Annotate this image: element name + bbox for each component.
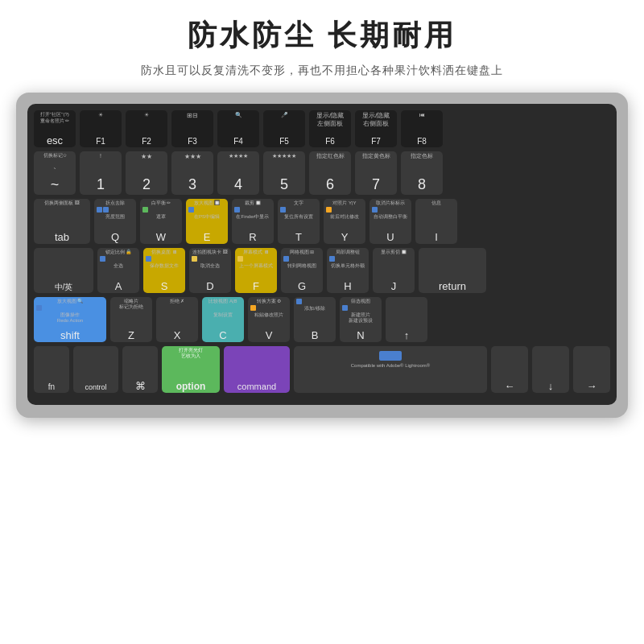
- key-i[interactable]: 信息 I: [415, 199, 457, 244]
- key-u[interactable]: 取消片标标示 自动调整白平衡 U: [369, 199, 411, 244]
- key-f2[interactable]: ☀ F2: [126, 110, 167, 147]
- key-j[interactable]: 显示剪切 🔲 J: [373, 248, 415, 293]
- key-command[interactable]: command: [224, 346, 290, 393]
- key-1[interactable]: ! 1: [80, 151, 122, 195]
- key-t[interactable]: 文字 复位所有设置 T: [278, 199, 320, 244]
- page-subtitle: 防水且可以反复清洗不变形，再也不用担心各种果汁饮料洒在键盘上: [141, 64, 503, 78]
- key-z[interactable]: 缩略片标记为拒绝 Z: [110, 297, 152, 342]
- key-n[interactable]: 筛选视图 新建照片新建设预设 N: [340, 297, 382, 342]
- key-g[interactable]: 网格视图 ⊞ 转到网格视图 G: [281, 248, 323, 293]
- key-4[interactable]: ★★★★ 4: [217, 151, 259, 195]
- qwer-row: 切换两侧面板 🖼 tab 折点去除 亮度范围 Q 白平衡 ✏: [34, 199, 610, 244]
- key-globe[interactable]: ⌘: [122, 346, 158, 393]
- key-a[interactable]: 锁定比例 🔒 全选 A: [97, 248, 139, 293]
- key-shift-left[interactable]: 放大视图 🔍 图像操作Redo Action shift: [34, 297, 106, 342]
- key-f8[interactable]: ⏮ F8: [401, 110, 443, 147]
- key-h[interactable]: 局部调整钮 切换单元格外额 H: [327, 248, 369, 293]
- key-tab[interactable]: 切换两侧面板 🖼 tab: [34, 199, 90, 244]
- key-d[interactable]: 连拍图视块卡 🖼 取消全选 D: [189, 248, 231, 293]
- key-right[interactable]: →: [573, 346, 610, 393]
- key-f3[interactable]: ⊞⊟ F3: [171, 110, 213, 147]
- key-w[interactable]: 白平衡 ✏ 遮罩 W: [140, 199, 182, 244]
- key-f6[interactable]: 显示/隐藏左侧面板 F6: [309, 110, 351, 147]
- bottom-row: fn control ⌘ 打开亮光灯艺收为入 option command: [34, 346, 610, 393]
- key-enter[interactable]: return: [419, 248, 486, 293]
- key-f5[interactable]: 🎤 F5: [263, 110, 305, 147]
- key-r[interactable]: 裁剪 🔲 在Finder中显示 R: [232, 199, 274, 244]
- key-6[interactable]: 指定红色标 6: [309, 151, 351, 195]
- key-option[interactable]: 打开亮光灯艺收为入 option: [162, 346, 220, 393]
- key-v[interactable]: 转换方案 ⚙ 粘贴修改照片 V: [248, 297, 290, 342]
- fn-row: 打开"社区"(?) 重命名照片 ✏ esc ☀ F1 ☀ F2: [34, 110, 610, 147]
- key-left[interactable]: ←: [491, 346, 528, 393]
- key-fn-btn[interactable]: fn: [34, 346, 69, 393]
- key-up[interactable]: ↑: [386, 297, 427, 342]
- key-e[interactable]: 放大视图 🔲 在PS中编辑 E: [186, 199, 228, 244]
- num-row: 切换标记✩ ` ~ ! 1 ★★ 2: [34, 151, 610, 195]
- keyboard-bg: 打开"社区"(?) 重命名照片 ✏ esc ☀ F1 ☀ F2: [27, 104, 617, 405]
- key-f[interactable]: 屏幕模式 🖥 上一个屏幕模式 F: [235, 248, 277, 293]
- key-5[interactable]: ★★★★★ 5: [263, 151, 305, 195]
- zxcv-row: 放大视图 🔍 图像操作Redo Action shift 缩略片标记为拒绝 Z …: [34, 297, 610, 342]
- key-caps[interactable]: 中/英: [34, 248, 93, 293]
- key-b[interactable]: 添加/移除 B: [294, 297, 336, 342]
- key-f1[interactable]: ☀ F1: [80, 110, 122, 147]
- key-y[interactable]: 对照片 Y|Y 前后对比修改 Y: [324, 199, 365, 244]
- key-7[interactable]: 指定黄色标 7: [355, 151, 397, 195]
- asdf-row: 中/英 锁定比例 🔒 全选 A 切换桌面 🖥 保存数据文件: [34, 248, 610, 293]
- key-c[interactable]: 比较视图 A|B 复制设置 C: [202, 297, 244, 342]
- key-q[interactable]: 折点去除 亮度范围 Q: [94, 199, 136, 244]
- keyboard-wrapper: 打开"社区"(?) 重命名照片 ✏ esc ☀ F1 ☀ F2: [16, 93, 628, 418]
- page-title: 防水防尘 长期耐用: [188, 16, 456, 56]
- key-space[interactable]: Compatible with Adobe® Lightroom®: [294, 346, 487, 393]
- key-s[interactable]: 切换桌面 🖥 保存数据文件 S: [143, 248, 185, 293]
- key-8[interactable]: 指定色标 8: [401, 151, 443, 195]
- key-f7[interactable]: 显示/隐藏右侧面板 F7: [355, 110, 397, 147]
- key-tilde[interactable]: 切换标记✩ ` ~: [34, 151, 76, 195]
- key-control[interactable]: control: [73, 346, 118, 393]
- key-esc[interactable]: 打开"社区"(?) 重命名照片 ✏ esc: [34, 110, 76, 147]
- page-container: 防水防尘 长期耐用 防水且可以反复清洗不变形，再也不用担心各种果汁饮料洒在键盘上…: [0, 0, 644, 644]
- key-2[interactable]: ★★ 2: [126, 151, 167, 195]
- key-f4[interactable]: 🔍 F4: [217, 110, 259, 147]
- key-down[interactable]: ↓: [532, 346, 569, 393]
- key-3[interactable]: ★★★ 3: [171, 151, 213, 195]
- key-x[interactable]: 拒绝 ✗ X: [156, 297, 198, 342]
